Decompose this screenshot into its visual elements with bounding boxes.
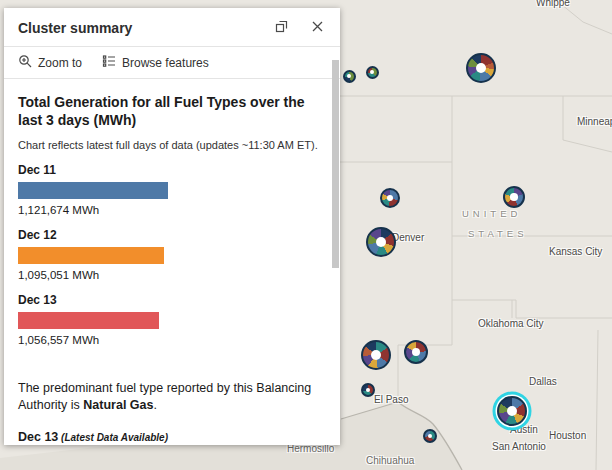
scrollbar-thumb[interactable] <box>332 60 339 268</box>
map-label: STATES <box>468 228 528 239</box>
cluster-marker[interactable] <box>380 188 400 208</box>
zoom-to-button[interactable]: Zoom to <box>18 52 82 73</box>
map-label: Oklahoma City <box>478 318 544 329</box>
bar-chart: Dec 111,121,674 MWhDec 121,095,051 MWhDe… <box>18 163 320 346</box>
latest-data-heading: Dec 13 (Latest Data Available) <box>18 430 320 444</box>
dock-button[interactable] <box>268 17 294 39</box>
close-icon <box>311 20 324 36</box>
latest-note: (Latest Data Available) <box>58 432 168 443</box>
browse-features-button[interactable]: Browse features <box>102 52 209 73</box>
latest-date: Dec 13 <box>18 430 58 444</box>
cluster-hole <box>370 70 374 74</box>
cluster-hole <box>510 193 518 201</box>
predominant-fuel: Natural Gas <box>83 398 153 412</box>
chart-title: Total Generation for all Fuel Types over… <box>18 93 320 130</box>
cluster-marker[interactable] <box>423 429 437 443</box>
bar-category-label: Dec 13 <box>18 293 320 307</box>
bar <box>18 182 168 199</box>
bar-value: 1,121,674 MWh <box>18 204 320 216</box>
predominant-prefix: The predominant fuel type reported by th… <box>18 381 311 412</box>
cluster-hole <box>347 74 351 78</box>
map-label: Minneap <box>577 116 612 127</box>
cluster-summary-popup: Cluster summary <box>4 8 340 445</box>
bar <box>18 312 159 329</box>
dock-icon <box>274 19 289 37</box>
cluster-hole <box>371 350 382 361</box>
cluster-hole <box>428 434 432 438</box>
map-label: El Paso <box>374 394 408 405</box>
bar-row: Dec 111,121,674 MWh <box>18 163 320 216</box>
zoom-to-label: Zoom to <box>38 56 82 70</box>
zoom-to-icon <box>18 54 32 71</box>
cluster-hole <box>412 348 420 356</box>
cluster-hole <box>507 406 518 417</box>
map-label: San Antonio <box>492 441 546 452</box>
cluster-marker[interactable] <box>366 66 379 79</box>
bar-value: 1,095,051 MWh <box>18 269 320 281</box>
browse-features-icon <box>102 54 116 71</box>
predominant-suffix: . <box>153 398 156 412</box>
cluster-hole <box>476 63 487 74</box>
map-label: Whippe <box>536 0 570 8</box>
cluster-marker[interactable] <box>404 340 428 364</box>
bar-row: Dec 121,095,051 MWh <box>18 228 320 281</box>
cluster-marker[interactable] <box>466 53 496 83</box>
cluster-hole <box>366 388 370 392</box>
bar-value: 1,056,557 MWh <box>18 334 320 346</box>
cluster-marker[interactable] <box>343 70 356 83</box>
cluster-marker[interactable] <box>366 227 396 257</box>
bar-category-label: Dec 12 <box>18 228 320 242</box>
bar-category-label: Dec 11 <box>18 163 320 177</box>
map-label: Dallas <box>529 376 557 387</box>
browse-features-label: Browse features <box>122 56 209 70</box>
cluster-hole <box>376 237 387 248</box>
popup-toolbar: Zoom to Browse features <box>4 46 340 79</box>
popup-content: Total Generation for all Fuel Types over… <box>4 79 340 445</box>
popup-title: Cluster summary <box>18 20 268 36</box>
close-button[interactable] <box>304 17 330 39</box>
cluster-marker[interactable] <box>503 186 525 208</box>
cluster-marker[interactable] <box>361 383 375 397</box>
map-label: Denver <box>392 232 424 243</box>
cluster-marker[interactable] <box>361 340 391 370</box>
bar-row: Dec 131,056,557 MWh <box>18 293 320 346</box>
cluster-marker-selected[interactable] <box>497 396 527 426</box>
map-label: UNITED <box>462 208 521 219</box>
chart-caption: Chart reflects latest full days of data … <box>18 139 320 151</box>
bar <box>18 247 164 264</box>
map-label: Chihuahua <box>366 455 414 466</box>
map-label: Kansas City <box>549 246 602 257</box>
popup-header: Cluster summary <box>4 8 340 46</box>
map-label: Houston <box>549 430 586 441</box>
predominant-text: The predominant fuel type reported by th… <box>18 380 320 414</box>
cluster-hole <box>387 195 394 202</box>
